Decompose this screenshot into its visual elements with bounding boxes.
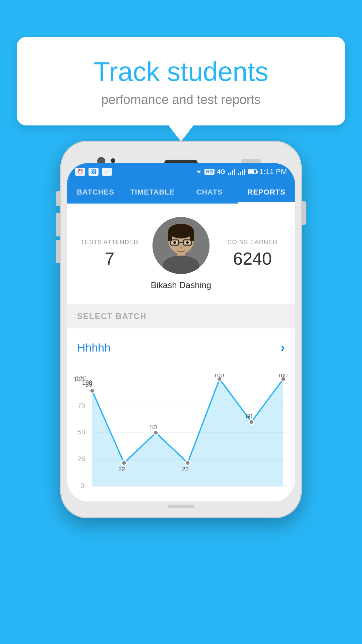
coins-earned-label: COINS EARNED	[220, 239, 285, 246]
volume-down-button	[56, 240, 60, 263]
tests-attended-block: TESTS ATTENDED 7	[77, 239, 142, 269]
label-2: 50	[150, 424, 157, 431]
svg-point-13	[186, 241, 189, 244]
tests-attended-value: 7	[77, 249, 142, 269]
tab-timetable[interactable]: TIMETABLE	[124, 180, 181, 203]
status-bar: ⏰ 🖼 ↕ ✴ HD 4G	[67, 163, 295, 180]
performance-chart: 100 100 75 50 25	[74, 374, 288, 501]
signal-bar-1	[228, 169, 235, 175]
dot-3	[185, 461, 190, 465]
phone-bottom	[67, 501, 295, 512]
tooltip-subtitle: perfomance and test reports	[40, 93, 322, 107]
sync-icon: ↕	[102, 168, 112, 176]
user-name: Bikash Dashing	[151, 280, 212, 290]
tab-bar: BATCHES TIMETABLE CHATS REPORTS	[67, 180, 295, 204]
status-icons-right: ✴ HD 4G	[196, 167, 287, 176]
dot-2	[154, 430, 158, 435]
label-3: 22	[182, 466, 189, 473]
select-batch-bar: SELECT BATCH	[67, 304, 295, 328]
signal-bar-2	[238, 169, 245, 175]
alarm-icon: ⏰	[75, 168, 85, 176]
label-4: 100	[214, 374, 224, 379]
image-icon: 🖼	[88, 168, 99, 176]
dot-5	[249, 420, 254, 424]
volume-up-button	[56, 213, 60, 236]
coins-earned-block: COINS EARNED 6240	[220, 239, 285, 269]
avatar-block: Bikash Dashing	[142, 217, 220, 290]
chevron-right-icon: ›	[281, 340, 285, 355]
tab-reports[interactable]: REPORTS	[238, 180, 295, 203]
svg-text:75: 75	[78, 401, 85, 409]
coins-earned-value: 6240	[220, 249, 285, 269]
top-label-first: 100	[82, 379, 92, 386]
hd-badge: HD	[204, 169, 215, 175]
home-bar	[168, 505, 194, 508]
label-6: 100	[278, 374, 288, 379]
avatar	[153, 217, 209, 274]
label-5: 60	[246, 413, 252, 420]
chart-section: 100 100 75 50 25	[67, 367, 295, 501]
svg-text:25: 25	[78, 455, 85, 463]
tab-chats[interactable]: CHATS	[181, 180, 238, 203]
dot-0	[90, 388, 95, 393]
status-icons-left: ⏰ 🖼 ↕	[75, 168, 112, 176]
svg-text:50: 50	[78, 428, 85, 436]
volume-silent-button	[56, 191, 60, 206]
power-button	[302, 201, 306, 225]
tab-batches[interactable]: BATCHES	[67, 180, 124, 203]
phone-mockup: ⏰ 🖼 ↕ ✴ HD 4G	[60, 141, 302, 518]
label-1: 22	[118, 466, 125, 473]
4g-badge: 4G	[217, 168, 225, 175]
tooltip-card: Track students perfomance and test repor…	[17, 37, 345, 125]
status-time: 1:11 PM	[259, 167, 287, 176]
svg-point-12	[173, 241, 176, 244]
batch-name: Hhhhh	[77, 341, 111, 354]
bluetooth-icon: ✴	[196, 168, 202, 176]
svg-text:0: 0	[80, 482, 84, 489]
tooltip-title: Track students	[40, 57, 322, 87]
profile-section: TESTS ATTENDED 7	[67, 204, 295, 304]
proximity-sensor	[111, 158, 115, 163]
svg-point-14	[179, 246, 183, 249]
tests-attended-label: TESTS ATTENDED	[77, 239, 142, 246]
front-sensor	[241, 159, 261, 163]
dot-1	[122, 461, 126, 465]
batch-item[interactable]: Hhhhh ›	[67, 328, 295, 367]
battery-icon	[248, 169, 257, 174]
